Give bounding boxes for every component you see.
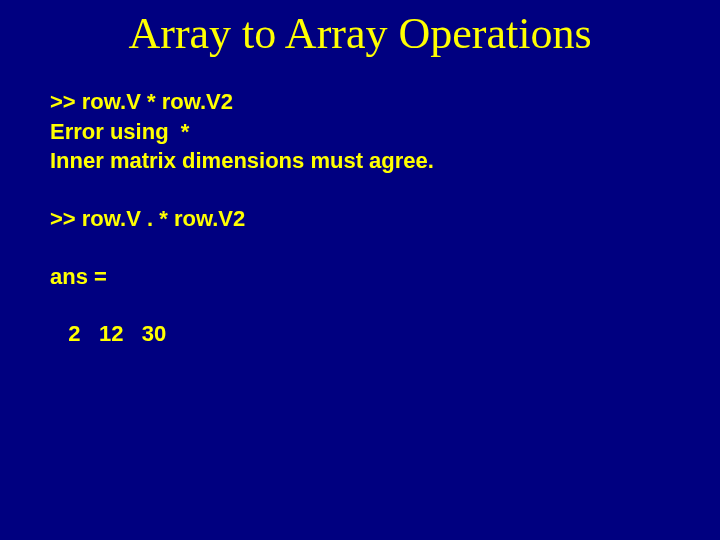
slide-title: Array to Array Operations — [0, 0, 720, 59]
code-line: Inner matrix dimensions must agree. — [50, 146, 670, 176]
spacer — [50, 234, 670, 262]
slide: Array to Array Operations >> row.V * row… — [0, 0, 720, 540]
code-line: ans = — [50, 262, 670, 292]
spacer — [50, 291, 670, 319]
code-line: >> row.V * row.V2 — [50, 87, 670, 117]
spacer — [50, 176, 670, 204]
code-line: 2 12 30 — [50, 319, 670, 349]
code-line: >> row.V . * row.V2 — [50, 204, 670, 234]
code-line: Error using * — [50, 117, 670, 147]
slide-body: >> row.V * row.V2 Error using * Inner ma… — [0, 59, 720, 349]
